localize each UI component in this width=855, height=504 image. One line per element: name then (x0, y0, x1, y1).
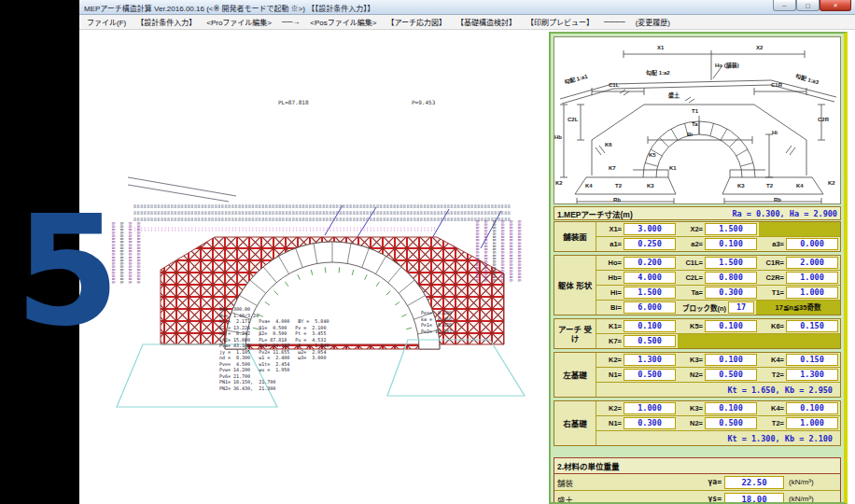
param-value[interactable]: 0.300 (705, 287, 757, 299)
param-value[interactable]: 0.500 (705, 369, 757, 381)
param-row: Kt = 1.650, Kb = 2.950 (596, 382, 840, 397)
param-value[interactable]: 0.100 (705, 320, 757, 332)
vertical-numeric-column: 88888888888888888888 (119, 222, 124, 315)
menu-item-10[interactable]: (変更履歴) (636, 17, 670, 27)
window-title: MEPアーチ構造計算 Ver.2016.00.16 (<※ 開発者モードで起動 … (79, 0, 773, 13)
base-annotation-block: Pes= 0.100 ka = 6.466 Pe1= 5.429 Pe2= 10… (421, 310, 452, 334)
diagram-label: C1L (609, 82, 619, 88)
diagram-label: Hb (554, 134, 562, 140)
param-value[interactable]: 0.500 (624, 335, 676, 347)
vertical-numeric-column: 88888888888888888888 (136, 222, 141, 315)
param-key: C2L= (678, 273, 705, 282)
param-group: アーチ 受けK1=0.100K5=0.100K6=0.150K7=0.500 (554, 318, 841, 349)
group-label: 右基礎 (554, 401, 596, 445)
param-value[interactable]: 3.000 (624, 223, 676, 235)
menu-item-6[interactable]: 【アーチ応力図】 (387, 17, 447, 27)
param-value[interactable]: 0.500 (624, 369, 676, 381)
param-key: K3= (678, 356, 705, 364)
titlebar[interactable]: MEPアーチ構造計算 Ver.2016.00.16 (<※ 開発者モードで起動 … (79, 0, 855, 15)
param-value[interactable]: 1.500 (705, 223, 757, 235)
vertical-numeric-column: 88888888888888888888 (492, 220, 497, 314)
param-value[interactable]: 2.000 (786, 257, 838, 269)
param-row: a1=0.250a2=0.100a3=0.000 (596, 236, 840, 251)
section1-header: 1.MEPアーチ寸法(m) Ra = 0.300, Ha = 2.900 (554, 206, 841, 220)
menu-item-3[interactable]: <Proファイル編集> (206, 17, 272, 27)
diagram-label: 盛土 (668, 91, 680, 99)
param-value[interactable]: 0.100 (786, 402, 838, 414)
diagram-label: K6 (605, 142, 612, 147)
param-key: a3= (759, 240, 786, 248)
param-value[interactable]: 6.000 (624, 301, 676, 314)
group-label: 左基礎 (554, 353, 596, 397)
filler (678, 334, 840, 348)
overlay-digit: 5 (15, 196, 120, 347)
maximize-button[interactable]: ▢ (796, 0, 820, 11)
param-value[interactable]: 0.100 (624, 320, 676, 332)
menu-item-4[interactable]: ──→ (282, 18, 300, 26)
param-key: N1= (596, 419, 624, 427)
diagram-label: X2 (756, 45, 763, 50)
numeric-texture-row: 8888888888888888888888888888888888888888… (133, 203, 539, 209)
range-note: 17≦n≦35奇数 (756, 301, 840, 315)
diagram-label: K1 (669, 165, 677, 171)
dimension-schematic (554, 37, 848, 203)
menu-item-2[interactable]: 【設計条件入力】 (136, 17, 196, 27)
param-key: Ho= (596, 259, 624, 267)
computed-values: Kt = 1.650, Kb = 2.950 (596, 385, 840, 395)
param-value[interactable]: 0.150 (786, 320, 838, 332)
param-value[interactable]: 1.000 (624, 402, 676, 414)
param-value[interactable]: 0.800 (705, 272, 757, 284)
minimize-button[interactable]: ─ (773, 0, 796, 11)
diagram-label: K2 (828, 180, 835, 186)
vertical-numeric-column: 88888888888888888888 (500, 220, 505, 314)
param-value[interactable]: 1.300 (624, 354, 676, 366)
material-value[interactable]: 18.00 (724, 493, 784, 504)
app-window: MEPアーチ構造計算 Ver.2016.00.16 (<※ 開発者モードで起動 … (79, 0, 855, 504)
param-value[interactable]: 0.500 (705, 417, 757, 429)
param-value[interactable]: 0.100 (705, 354, 757, 366)
param-group: 躯体 形状Ho=0.200C1L=1.500C1R=2.000Hb=4.000C… (554, 255, 841, 315)
param-value[interactable]: 0.250 (624, 238, 676, 250)
material-unit: (kN/m³) (784, 478, 840, 486)
diagram-label: X1 (657, 45, 664, 50)
param-value[interactable]: 1.000 (786, 287, 838, 299)
param-value[interactable]: 0.100 (705, 238, 757, 250)
input-panel: X1X2勾配 1:a1勾配 1:a2勾配 1:a3Ho (舗装)盛土C1LC1R… (549, 32, 848, 504)
param-value[interactable]: 1.500 (624, 287, 676, 299)
menu-item-9[interactable]: ──── (604, 18, 625, 26)
menu-item-8[interactable]: 【印刷プレビュー】 (526, 17, 594, 27)
param-value[interactable]: 0.300 (624, 417, 676, 429)
menubar: ファイル(F)【設計条件入力】<Proファイル編集>──→<Posファイル編集>… (79, 15, 855, 30)
param-key: K3= (678, 404, 705, 413)
param-row: Ho=0.200C1L=1.500C1R=2.000 (596, 256, 840, 270)
diagram-label: K3 (647, 183, 654, 189)
menu-item-1[interactable]: ファイル(F) (87, 17, 126, 27)
param-value[interactable]: 0.200 (624, 257, 676, 269)
param-row: Bi=6.000ブロック数(n)1717≦n≦35奇数 (596, 300, 840, 315)
diagram-label: T1 (692, 108, 698, 114)
vertical-numeric-column: 88888888888888888888 (509, 220, 513, 314)
close-button[interactable]: ✕ (820, 0, 851, 11)
filler (759, 222, 840, 236)
param-row: Hb=4.000C2L=0.800C2R=1.000 (596, 270, 840, 285)
menu-item-5[interactable]: <Posファイル編集> (310, 17, 376, 27)
param-value[interactable]: 1.000 (786, 417, 838, 429)
material-value[interactable]: 22.50 (724, 476, 784, 489)
param-value[interactable]: 0.150 (786, 354, 838, 366)
param-value[interactable]: 17 (728, 301, 754, 314)
param-value[interactable]: 1.300 (786, 369, 838, 381)
menu-item-7[interactable]: 【基礎構造検討】 (456, 17, 516, 27)
diagram-label: K7 (609, 165, 616, 171)
param-key: a2= (678, 240, 705, 248)
diagram-label: C2R (818, 117, 829, 122)
param-key: T2= (759, 419, 786, 427)
param-key: K1= (596, 322, 624, 330)
param-value[interactable]: 0.000 (786, 238, 838, 250)
param-row: Kt = 1.300, Kb = 2.100 (596, 430, 840, 445)
param-value[interactable]: 0.100 (705, 402, 757, 414)
param-value[interactable]: 4.000 (624, 272, 676, 284)
param-value[interactable]: 1.500 (705, 257, 757, 269)
material-unit: (kN/m³) (784, 495, 840, 503)
param-row: N1=0.300N2=0.500T2=1.000 (596, 415, 840, 430)
param-value[interactable]: 1.000 (786, 272, 838, 284)
